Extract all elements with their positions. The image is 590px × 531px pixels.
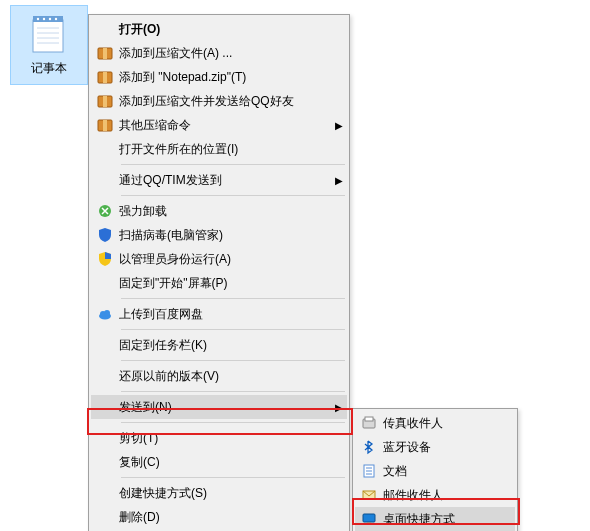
svg-point-3 — [43, 18, 45, 20]
menu-send-to[interactable]: 发送到(N) ▶ — [91, 395, 347, 419]
separator — [121, 164, 345, 165]
separator — [121, 422, 345, 423]
separator — [121, 329, 345, 330]
archive-icon — [91, 93, 119, 109]
menu-run-as-admin[interactable]: 以管理员身份运行(A) — [91, 247, 347, 271]
menu-add-to-archive[interactable]: 添加到压缩文件(A) ... — [91, 41, 347, 65]
svg-point-21 — [104, 310, 110, 316]
submenu-fax-recipient[interactable]: 传真收件人 — [355, 411, 515, 435]
menu-send-via-qq-tim[interactable]: 通过QQ/TIM发送到 ▶ — [91, 168, 347, 192]
menu-label: 删除(D) — [119, 509, 347, 526]
menu-cut[interactable]: 剪切(T) — [91, 426, 347, 450]
document-icon — [355, 463, 383, 479]
menu-label: 扫描病毒(电脑管家) — [119, 227, 347, 244]
archive-icon — [91, 69, 119, 85]
submenu-desktop-shortcut[interactable]: 桌面快捷方式 — [355, 507, 515, 531]
separator — [121, 195, 345, 196]
shield-icon — [91, 227, 119, 243]
svg-point-5 — [55, 18, 57, 20]
menu-label: 传真收件人 — [383, 415, 515, 432]
desktop-icon-label: 记事本 — [31, 60, 67, 77]
desktop-icon-notepad[interactable]: 记事本 — [10, 5, 88, 85]
separator — [121, 477, 345, 478]
menu-label: 剪切(T) — [119, 430, 347, 447]
submenu-arrow-icon: ▶ — [331, 120, 347, 131]
menu-copy[interactable]: 复制(C) — [91, 450, 347, 474]
desktop-icon — [355, 511, 383, 527]
menu-scan-virus[interactable]: 扫描病毒(电脑管家) — [91, 223, 347, 247]
menu-open[interactable]: 打开(O) — [91, 17, 347, 41]
menu-label: 打开文件所在的位置(I) — [119, 141, 347, 158]
svg-point-2 — [37, 18, 39, 20]
bluetooth-icon — [355, 439, 383, 455]
svg-point-4 — [49, 18, 51, 20]
menu-label: 创建快捷方式(S) — [119, 485, 347, 502]
menu-label: 桌面快捷方式 — [383, 511, 515, 528]
notepad-icon — [27, 12, 71, 56]
menu-label: 打开(O) — [119, 21, 347, 38]
menu-other-archive[interactable]: 其他压缩命令 ▶ — [91, 113, 347, 137]
menu-label: 其他压缩命令 — [119, 117, 331, 134]
menu-upload-baidu[interactable]: 上传到百度网盘 — [91, 302, 347, 326]
menu-pin-to-taskbar[interactable]: 固定到任务栏(K) — [91, 333, 347, 357]
mail-icon — [355, 487, 383, 503]
separator — [121, 360, 345, 361]
menu-label: 上传到百度网盘 — [119, 306, 347, 323]
menu-label: 固定到"开始"屏幕(P) — [119, 275, 347, 292]
menu-create-shortcut[interactable]: 创建快捷方式(S) — [91, 481, 347, 505]
submenu-documents[interactable]: 文档 — [355, 459, 515, 483]
menu-restore-previous[interactable]: 还原以前的版本(V) — [91, 364, 347, 388]
menu-label: 文档 — [383, 463, 515, 480]
menu-force-uninstall[interactable]: 强力卸载 — [91, 199, 347, 223]
submenu-bluetooth[interactable]: 蓝牙设备 — [355, 435, 515, 459]
fax-icon — [355, 415, 383, 431]
menu-label: 添加到 "Notepad.zip"(T) — [119, 69, 347, 86]
send-to-submenu: 传真收件人 蓝牙设备 文档 邮件收件人 桌面快捷方式 — [352, 408, 518, 531]
menu-delete[interactable]: 删除(D) — [91, 505, 347, 529]
menu-label: 蓝牙设备 — [383, 439, 515, 456]
menu-label: 添加到压缩文件(A) ... — [119, 45, 347, 62]
menu-add-to-notepad-zip[interactable]: 添加到 "Notepad.zip"(T) — [91, 65, 347, 89]
menu-label: 还原以前的版本(V) — [119, 368, 347, 385]
admin-shield-icon — [91, 251, 119, 267]
submenu-arrow-icon: ▶ — [331, 402, 347, 413]
svg-rect-11 — [103, 48, 107, 59]
menu-label: 添加到压缩文件并发送给QQ好友 — [119, 93, 347, 110]
archive-icon — [91, 45, 119, 61]
svg-rect-15 — [103, 96, 107, 107]
svg-rect-0 — [33, 20, 63, 52]
separator — [121, 298, 345, 299]
submenu-mail-recipient[interactable]: 邮件收件人 — [355, 483, 515, 507]
uninstall-icon — [91, 203, 119, 219]
menu-label: 强力卸载 — [119, 203, 347, 220]
svg-rect-13 — [103, 72, 107, 83]
menu-pin-to-start[interactable]: 固定到"开始"屏幕(P) — [91, 271, 347, 295]
menu-label: 固定到任务栏(K) — [119, 337, 347, 354]
menu-add-archive-qq[interactable]: 添加到压缩文件并发送给QQ好友 — [91, 89, 347, 113]
svg-rect-30 — [367, 522, 371, 524]
menu-label: 以管理员身份运行(A) — [119, 251, 347, 268]
svg-rect-23 — [365, 417, 373, 421]
separator — [121, 391, 345, 392]
svg-rect-17 — [103, 120, 107, 131]
menu-label: 通过QQ/TIM发送到 — [119, 172, 331, 189]
archive-icon — [91, 117, 119, 133]
menu-label: 邮件收件人 — [383, 487, 515, 504]
cloud-icon — [91, 306, 119, 322]
svg-rect-29 — [363, 514, 375, 522]
context-menu: 打开(O) 添加到压缩文件(A) ... 添加到 "Notepad.zip"(T… — [88, 14, 350, 531]
submenu-arrow-icon: ▶ — [331, 175, 347, 186]
menu-open-file-location[interactable]: 打开文件所在的位置(I) — [91, 137, 347, 161]
menu-label: 发送到(N) — [119, 399, 331, 416]
menu-label: 复制(C) — [119, 454, 347, 471]
